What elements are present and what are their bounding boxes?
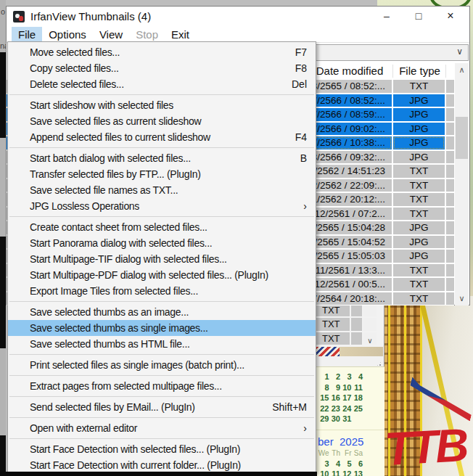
calendar-day[interactable]: 15 [318,393,329,403]
maximize-button[interactable]: □ [403,7,435,27]
calendar-day[interactable]: 30 [329,414,341,424]
file-row-type: TXT [393,193,445,206]
file-menu-item[interactable]: Transfer selected files by FTP... (PlugI… [8,166,316,182]
file-menu-item[interactable]: JPG Lossless Operations› [8,198,316,214]
background-scrollbar[interactable] [363,304,377,316]
calendar-day[interactable]: 23 [329,403,341,414]
file-menu-item[interactable]: Start slideshow with selected files [8,97,316,113]
file-menu-item[interactable]: Send selected files by EMail... (PlugIn)… [8,399,316,415]
menu-item-shortcut: Shift+M [272,399,307,415]
file-row-extra-cell [446,165,454,178]
column-separator[interactable] [392,65,393,78]
file-menu-item[interactable]: Save selected thumbs as single images... [8,320,316,336]
file-menu-item[interactable]: Start Face Detection with selected files… [8,441,316,457]
file-row-extra-cell [446,108,454,121]
thumbnail-photo-strip [340,347,383,356]
calendar-day[interactable]: 5 [340,459,352,469]
calendar-day[interactable]: 3 [318,459,329,469]
calendar-day[interactable]: 1 [318,372,329,382]
file-menu-item[interactable]: Delete selected files...Del [8,76,316,92]
menu-item-label: Save selected thumbs as an image... [30,304,189,320]
file-menu-item[interactable]: Start Face Detection with current folder… [8,457,316,472]
file-menu-item[interactable]: Save selected file names as TXT... [8,182,316,198]
file-menu-item[interactable]: Create contact sheet from selected files… [8,219,316,235]
chevron-down-icon[interactable]: ∨ [456,46,463,57]
file-menu-item[interactable]: Move selected files...F7 [8,44,316,60]
minimize-button[interactable]: – [371,7,403,27]
titlebar[interactable]: IrfanView Thumbnails (4) – □ × [7,7,469,27]
file-row-extra-cell [446,80,454,93]
calendar-day[interactable]: 13 [352,469,363,476]
menubar-item-options[interactable]: Options [42,27,93,42]
close-button[interactable]: × [435,7,466,27]
calendar-day[interactable]: 22 [318,403,329,414]
calendar-day[interactable]: 10 [340,382,352,393]
menubar-item-exit[interactable]: Exit [165,27,196,42]
column-separator[interactable] [445,65,446,78]
calendar-day[interactable]: 10 [318,469,329,476]
file-menu-item[interactable]: Print selected files as single images (b… [8,357,316,373]
menu-item-label: Start batch dialog with selected files..… [30,150,191,166]
file-menu-item[interactable]: Start batch dialog with selected files..… [8,150,316,166]
calendar-day[interactable]: 2 [329,372,341,382]
scrollbar-down-icon[interactable]: ∨ [363,337,377,345]
scrollbar-down-icon[interactable]: ∨ [455,292,469,305]
vertical-scrollbar[interactable]: ∧ ∨ [455,63,469,305]
menu-item-label: Open with external editor [30,420,137,436]
calendar-day[interactable]: 24 [340,403,352,414]
menubar-item-file[interactable]: File [12,27,42,42]
calendar-week-row: 10111213 [318,469,384,476]
file-menu-item[interactable]: Start Panorama dialog with selected file… [8,235,316,251]
background-scrollbar[interactable]: ∨ [363,332,377,345]
calendar-day[interactable]: 18 [352,393,363,403]
scrollbar-thumb[interactable] [456,117,468,159]
calendar-day[interactable]: 31 [340,414,352,424]
calendar-day[interactable]: 4 [329,459,341,469]
menubar-item-stop[interactable]: Stop [129,27,165,42]
calendar-day[interactable]: 11 [329,469,341,476]
file-menu-item[interactable]: Open with external editor› [8,420,316,436]
file-menu-item[interactable]: Save selected files as current slideshow [8,113,316,129]
calendar-day[interactable]: 8 [318,382,329,393]
file-row-extra-cell [446,151,454,164]
background-file-type: TXT [316,332,350,345]
calendar-day[interactable]: 3 [340,372,352,382]
column-header-file-type[interactable]: File type [394,63,445,79]
calendar-day[interactable]: 12 [340,469,352,476]
file-menu-item[interactable]: Copy selected files...F8 [8,60,316,76]
column-header-date-modified[interactable]: Date modified [307,63,392,79]
calendar-day[interactable]: 17 [340,393,352,403]
file-row-type: JPG [393,250,445,263]
background-extra-cell [351,318,362,330]
scrollbar-up-icon[interactable]: ∧ [455,63,469,77]
calendar-day[interactable]: 9 [329,382,341,393]
background-list-item[interactable]: TXT∨ [314,332,384,345]
calendar-month-header: ber 2025 [316,430,384,448]
file-menu-item[interactable]: Append selected files to current slidesh… [8,129,316,145]
calendar-day[interactable]: 25 [352,403,363,414]
calendar-day[interactable]: 29 [318,414,329,424]
file-menu-item[interactable]: Export Image Tiles from selected files..… [8,283,316,299]
file-row-extra-cell [446,250,454,263]
calendar-day[interactable]: 6 [352,459,363,469]
file-menu-item[interactable]: Start Multipage-TIF dialog with selected… [8,251,316,267]
menu-item-label: JPG Lossless Operations [30,198,139,214]
menu-item-label: Transfer selected files by FTP... (PlugI… [30,166,201,182]
submenu-arrow-icon: › [303,420,307,436]
file-row-extra-cell [446,193,454,206]
file-menu-item[interactable]: Extract pages from selected multipage fi… [8,378,316,394]
background-list-item[interactable]: TXT [314,317,384,331]
calendar-month-grid: 12348910111516171822232425293031 [316,367,384,424]
file-menu-item[interactable]: Save selected thumbs as an image... [8,304,316,320]
file-menu-item[interactable]: Save selected thumbs as HTML file... [8,336,316,352]
submenu-arrow-icon: › [303,198,307,214]
background-extra-cell [351,332,362,345]
file-row-type: JPG [393,136,445,149]
screen: o na TTB TXTTXTTXT∨ 12348910111516171822… [0,0,473,476]
calendar-day[interactable]: 11 [352,382,363,393]
calendar-day[interactable]: 4 [352,372,363,382]
menubar-item-view[interactable]: View [93,27,129,42]
file-menu-item[interactable]: Start Multipage-PDF dialog with selected… [8,267,316,283]
calendar-day[interactable]: 16 [329,393,341,403]
background-scrollbar[interactable] [363,318,377,330]
